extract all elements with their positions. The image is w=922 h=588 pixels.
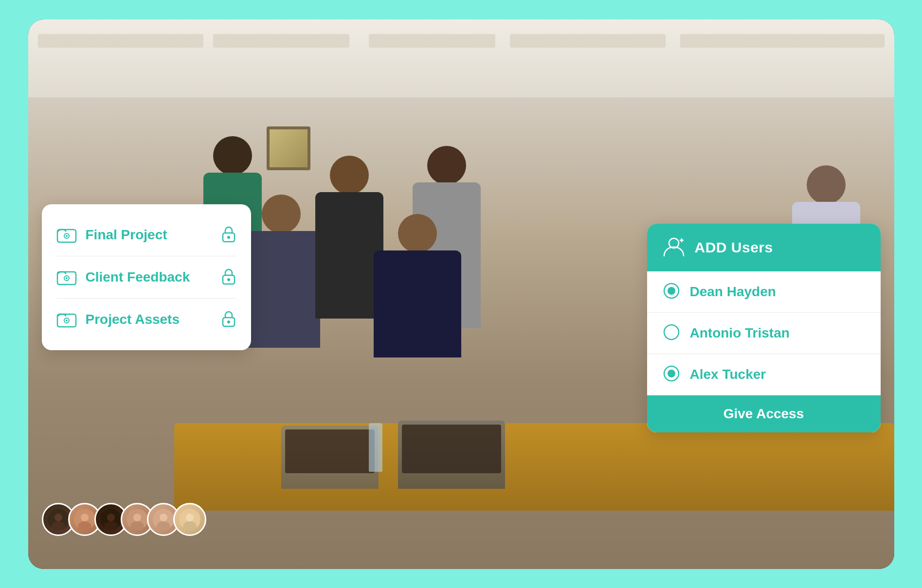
avatars-row: [42, 503, 206, 536]
person-6: [369, 214, 466, 360]
folder-item-final-project[interactable]: Final Project: [56, 214, 236, 256]
lock-icon-client-feedback: [221, 267, 236, 287]
svg-point-7: [66, 277, 68, 279]
laptop-1: [281, 426, 379, 489]
bottle: [369, 423, 382, 472]
svg-point-31: [186, 514, 194, 521]
svg-point-4: [227, 236, 230, 239]
lock-icon-project-assets: [221, 310, 236, 329]
svg-point-2: [66, 235, 68, 237]
user-name-alex-tucker: Alex Tucker: [690, 367, 766, 382]
add-users-label: ADD Users: [695, 239, 773, 256]
user-name-antonio-tristan: Antonio Tristan: [690, 325, 790, 341]
beam-1: [38, 34, 203, 48]
svg-point-22: [107, 514, 115, 521]
svg-point-25: [133, 514, 141, 521]
svg-point-12: [66, 320, 68, 321]
folder-icon-client-feedback: [56, 267, 77, 287]
ceiling: [28, 19, 894, 97]
add-users-header[interactable]: ADD Users: [647, 224, 881, 271]
svg-point-19: [81, 514, 89, 521]
folder-icon-project-assets: [56, 309, 77, 330]
svg-point-35: [668, 287, 675, 295]
folder-label-project-assets: Project Assets: [86, 312, 180, 327]
radio-icon-dean-hayden: [663, 282, 680, 302]
svg-point-28: [160, 514, 167, 521]
user-item-dean-hayden[interactable]: Dean Hayden: [647, 271, 881, 313]
folder-label-final-project: Final Project: [86, 227, 167, 243]
svg-point-16: [54, 514, 62, 521]
user-item-alex-tucker[interactable]: Alex Tucker: [647, 354, 881, 395]
beam-4: [510, 34, 666, 48]
user-name-dean-hayden: Dean Hayden: [690, 284, 776, 300]
beam-5: [680, 34, 885, 48]
svg-point-9: [227, 278, 230, 281]
lock-icon-final-project: [221, 225, 236, 245]
beam-2: [213, 34, 349, 48]
radio-icon-antonio-tristan: [663, 323, 680, 343]
beam-3: [369, 34, 495, 48]
laptop-2: [398, 421, 505, 489]
svg-point-14: [227, 321, 230, 323]
folder-label-client-feedback: Client Feedback: [86, 269, 190, 285]
folder-icon-final-project: [56, 225, 77, 245]
wall-frame: [267, 126, 310, 170]
svg-point-38: [668, 370, 675, 377]
user-item-antonio-tristan[interactable]: Antonio Tristan: [647, 313, 881, 354]
folder-panel: Final Project: [42, 204, 251, 350]
folder-item-project-assets[interactable]: Project Assets: [56, 299, 236, 340]
main-container: Final Project: [28, 19, 894, 569]
svg-point-36: [664, 325, 679, 339]
add-users-icon: [663, 235, 685, 260]
give-access-button[interactable]: Give Access: [647, 395, 881, 432]
users-panel: ADD Users Dean Hayden Antonio Tristan: [647, 224, 881, 432]
avatar-6: [173, 503, 206, 536]
radio-icon-alex-tucker: [663, 365, 680, 384]
folder-item-client-feedback[interactable]: Client Feedback: [56, 256, 236, 299]
